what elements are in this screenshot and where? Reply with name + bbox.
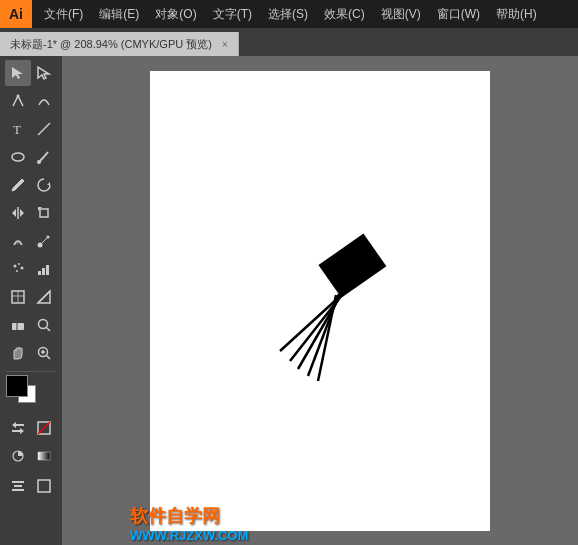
svg-point-5 — [12, 153, 24, 161]
color-swatches — [2, 375, 60, 411]
svg-point-16 — [14, 265, 17, 268]
warp-tool[interactable] — [5, 228, 31, 254]
artboard-tool[interactable] — [5, 284, 31, 310]
svg-line-35 — [47, 356, 51, 360]
svg-marker-1 — [38, 67, 49, 79]
svg-marker-0 — [12, 67, 23, 79]
align-button[interactable] — [5, 473, 31, 499]
menu-text[interactable]: 文字(T) — [205, 2, 260, 27]
svg-point-2 — [17, 95, 20, 98]
none-fill-button[interactable] — [31, 415, 57, 441]
line-tool[interactable] — [31, 116, 57, 142]
svg-line-4 — [38, 123, 50, 135]
canvas-area[interactable]: 软件自学网 WWW.RJZXW.COM — [62, 56, 578, 545]
color-mode-button[interactable] — [5, 443, 31, 469]
menu-help[interactable]: 帮助(H) — [488, 2, 545, 27]
tab-label: 未标题-1* @ 208.94% (CMYK/GPU 预览) — [10, 37, 212, 52]
symbol-sprayer-tool[interactable] — [5, 256, 31, 282]
eraser-tool[interactable] — [5, 312, 31, 338]
svg-rect-40 — [12, 481, 24, 483]
svg-line-31 — [47, 328, 51, 332]
svg-marker-10 — [20, 209, 24, 217]
ellipse-tool[interactable] — [5, 144, 31, 170]
tab-close-button[interactable]: × — [222, 39, 228, 50]
artboard — [150, 71, 490, 531]
swap-colors-button[interactable] — [5, 415, 31, 441]
svg-rect-44 — [318, 233, 386, 297]
gradient-button[interactable] — [31, 443, 57, 469]
selection-tool[interactable] — [5, 60, 31, 86]
column-graph-tool[interactable] — [31, 256, 57, 282]
document-tab[interactable]: 未标题-1* @ 208.94% (CMYK/GPU 预览) × — [0, 32, 239, 56]
toolbar: T — [0, 56, 62, 545]
type-tool[interactable]: T — [5, 116, 31, 142]
svg-rect-43 — [38, 480, 50, 492]
svg-point-18 — [21, 267, 24, 270]
menu-select[interactable]: 选择(S) — [260, 2, 316, 27]
svg-point-17 — [18, 263, 20, 265]
zoom-view-tool[interactable] — [31, 340, 57, 366]
svg-rect-21 — [42, 268, 45, 275]
rotate-tool[interactable] — [31, 172, 57, 198]
svg-marker-9 — [12, 209, 16, 217]
svg-point-6 — [37, 160, 41, 164]
paintbrush-tool[interactable] — [31, 144, 57, 170]
svg-marker-7 — [47, 182, 50, 185]
fill-color-swatch[interactable] — [6, 375, 28, 397]
menu-effect[interactable]: 效果(C) — [316, 2, 373, 27]
svg-rect-42 — [12, 489, 24, 491]
menu-edit[interactable]: 编辑(E) — [91, 2, 147, 27]
menu-view[interactable]: 视图(V) — [373, 2, 429, 27]
canvas-drawing — [150, 71, 490, 531]
menu-file[interactable]: 文件(F) — [36, 2, 91, 27]
mirror-tool[interactable] — [5, 200, 31, 226]
freeform-pen-tool[interactable] — [31, 88, 57, 114]
svg-rect-39 — [38, 452, 50, 460]
menu-window[interactable]: 窗口(W) — [429, 2, 488, 27]
svg-line-37 — [38, 422, 50, 434]
svg-rect-11 — [40, 209, 48, 217]
svg-text:T: T — [13, 122, 21, 137]
svg-line-15 — [40, 237, 48, 245]
svg-rect-22 — [46, 265, 49, 275]
pencil-tool[interactable] — [5, 172, 31, 198]
title-bar: Ai 文件(F) 编辑(E) 对象(O) 文字(T) 选择(S) 效果(C) 视… — [0, 0, 578, 28]
svg-point-19 — [16, 270, 18, 272]
screen-mode-button[interactable] — [31, 473, 57, 499]
slice-tool[interactable] — [31, 284, 57, 310]
tab-bar: 未标题-1* @ 208.94% (CMYK/GPU 预览) × — [0, 28, 578, 56]
menu-object[interactable]: 对象(O) — [147, 2, 204, 27]
menu-bar: 文件(F) 编辑(E) 对象(O) 文字(T) 选择(S) 效果(C) 视图(V… — [32, 0, 549, 28]
direct-selection-tool[interactable] — [31, 60, 57, 86]
pen-tool[interactable] — [5, 88, 31, 114]
svg-rect-28 — [12, 323, 24, 330]
svg-point-30 — [39, 320, 48, 329]
scale-tool[interactable] — [31, 200, 57, 226]
svg-rect-41 — [14, 485, 22, 487]
svg-rect-20 — [38, 271, 41, 275]
blend-tool[interactable] — [31, 228, 57, 254]
toolbar-divider — [6, 371, 56, 372]
zoom-tool[interactable] — [31, 312, 57, 338]
svg-line-27 — [38, 291, 50, 303]
ai-logo: Ai — [0, 0, 32, 28]
main-area: T — [0, 56, 578, 545]
hand-tool[interactable] — [5, 340, 31, 366]
